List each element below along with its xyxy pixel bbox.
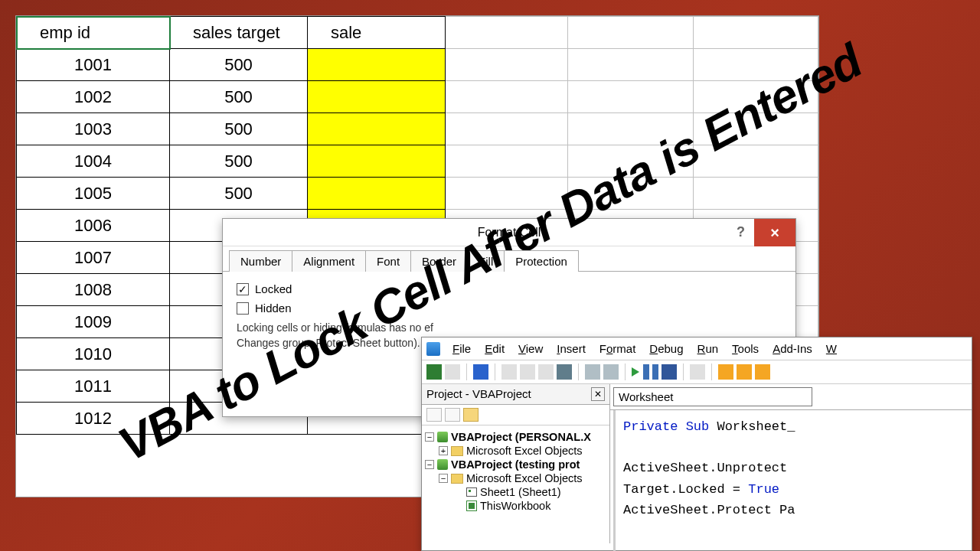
empty-cell[interactable] <box>693 17 818 49</box>
view-code-icon[interactable] <box>426 408 442 422</box>
properties-icon[interactable] <box>737 364 752 380</box>
menu-run[interactable]: Run <box>691 341 725 357</box>
project-panel-title: Project - VBAProject <box>426 387 531 401</box>
dialog-title: Format Cell <box>223 226 795 240</box>
vba-icon <box>426 342 440 356</box>
dialog-tabs: Number Alignment Font Border Fill Protec… <box>223 246 795 272</box>
tree-project-personal[interactable]: VBAProject (PERSONAL.X <box>451 431 591 443</box>
vbe-toolbar <box>422 360 972 384</box>
checkbox-icon: ✓ <box>237 283 249 295</box>
menu-edit[interactable]: Edit <box>479 341 511 357</box>
tree-folder[interactable]: Microsoft Excel Objects <box>466 445 583 457</box>
project-explorer-icon[interactable] <box>718 364 733 380</box>
tab-border[interactable]: Border <box>410 250 468 272</box>
design-icon[interactable] <box>690 364 705 380</box>
folder-icon <box>451 446 463 456</box>
project-icon <box>437 459 448 470</box>
hidden-label: Hidden <box>255 302 292 315</box>
dropdown-icon[interactable] <box>445 364 460 380</box>
object-browser-icon[interactable] <box>755 364 770 380</box>
col-header-target[interactable]: sales target <box>170 17 308 49</box>
toggle-folders-icon[interactable] <box>463 408 479 422</box>
tree-thisworkbook[interactable]: ThisWorkbook <box>480 500 550 512</box>
table-row: 1001500 <box>17 49 818 81</box>
reset-icon[interactable] <box>662 364 677 380</box>
run-icon[interactable] <box>632 367 640 377</box>
redo-icon[interactable] <box>603 364 619 380</box>
locked-checkbox[interactable]: ✓ Locked <box>237 282 782 295</box>
tree-project-testing[interactable]: VBAProject (testing prot <box>451 458 580 471</box>
break-icon[interactable] <box>643 364 658 380</box>
menu-addins[interactable]: Add-Ins <box>766 341 818 357</box>
table-row: 1005500 <box>17 178 818 210</box>
view-object-icon[interactable] <box>445 408 460 422</box>
find-icon[interactable] <box>557 364 572 380</box>
table-row: 1002500 <box>17 81 818 113</box>
tab-number[interactable]: Number <box>229 250 292 272</box>
workbook-icon <box>466 500 477 511</box>
tree-sheet1[interactable]: Sheet1 (Sheet1) <box>480 486 561 498</box>
vbe-menubar: File Edit View Insert Format Debug Run T… <box>422 337 972 360</box>
project-explorer: Project - VBAProject ✕ −VBAProject (PERS… <box>422 384 610 543</box>
vba-editor: File Edit View Insert Format Debug Run T… <box>421 337 972 551</box>
table-row: 1004500 <box>17 145 818 178</box>
object-dropdown[interactable] <box>613 387 812 406</box>
col-header-sale[interactable]: sale <box>308 17 446 49</box>
tab-alignment[interactable]: Alignment <box>292 250 366 272</box>
tab-protection[interactable]: Protection <box>504 250 579 272</box>
copy-icon[interactable] <box>520 364 535 380</box>
worksheet-icon <box>466 487 477 497</box>
tab-font[interactable]: Font <box>365 250 411 272</box>
table-row: 1003500 <box>17 113 818 145</box>
collapse-icon[interactable]: − <box>425 432 434 442</box>
undo-icon[interactable] <box>585 364 600 380</box>
collapse-icon[interactable]: − <box>439 474 448 483</box>
menu-file[interactable]: File <box>446 341 477 357</box>
menu-window[interactable]: W <box>820 341 843 357</box>
col-header-empid[interactable]: emp id <box>17 17 170 49</box>
menu-insert[interactable]: Insert <box>550 341 592 357</box>
folder-icon <box>451 474 463 484</box>
checkbox-icon <box>237 302 249 315</box>
project-icon <box>437 432 448 442</box>
expand-icon[interactable]: + <box>439 446 448 455</box>
excel-icon[interactable] <box>426 364 442 380</box>
cut-icon[interactable] <box>501 364 517 380</box>
close-button[interactable]: × <box>754 219 795 246</box>
paste-icon[interactable] <box>538 364 554 380</box>
empty-cell[interactable] <box>446 17 568 49</box>
close-panel-icon[interactable]: ✕ <box>591 387 605 401</box>
save-icon[interactable] <box>473 364 488 380</box>
tree-folder[interactable]: Microsoft Excel Objects <box>466 472 583 484</box>
code-editor[interactable]: Private Sub Worksheet_ ActiveSheet.Unpro… <box>613 410 972 551</box>
help-button[interactable]: ? <box>737 224 745 240</box>
table-header-row: emp id sales target sale <box>17 17 818 49</box>
empty-cell[interactable] <box>568 17 694 49</box>
hidden-checkbox[interactable]: Hidden <box>237 302 782 315</box>
project-tree[interactable]: −VBAProject (PERSONAL.X +Microsoft Excel… <box>422 425 609 517</box>
tab-fill[interactable]: Fill <box>467 250 505 272</box>
menu-debug[interactable]: Debug <box>643 341 689 357</box>
menu-format[interactable]: Format <box>593 341 642 357</box>
locked-label: Locked <box>255 282 292 295</box>
collapse-icon[interactable]: − <box>425 460 434 469</box>
menu-tools[interactable]: Tools <box>726 341 765 357</box>
menu-view[interactable]: View <box>512 341 549 357</box>
